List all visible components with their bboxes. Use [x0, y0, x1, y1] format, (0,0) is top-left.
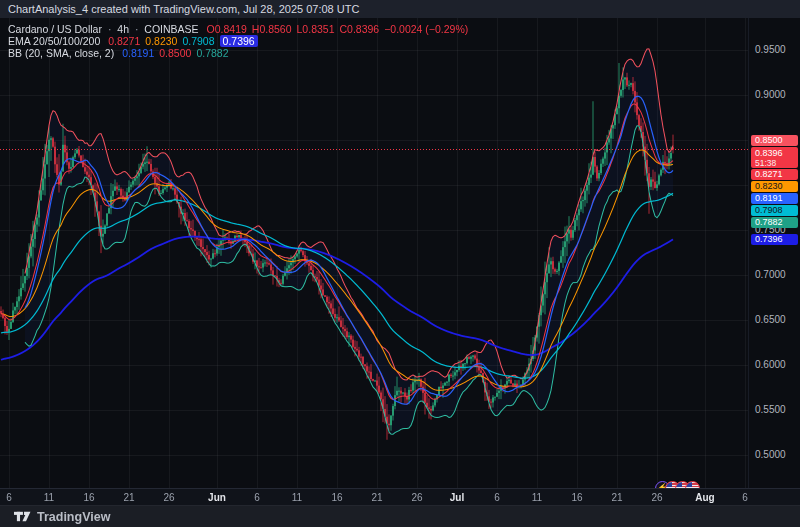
price-axis-label: 0.9000 — [755, 89, 786, 101]
time-axis-label: 21 — [123, 490, 134, 505]
indicator-price-badge: 0.8271 — [751, 169, 798, 180]
time-axis-label: Aug — [695, 490, 714, 505]
tradingview-brand-text[interactable]: TradingView — [37, 510, 110, 524]
price-axis-label: 0.9500 — [755, 44, 786, 56]
price-axis-label: 0.6500 — [755, 314, 786, 326]
ema-value: 0.8230 — [145, 35, 177, 47]
price-axis-label: 0.7000 — [755, 269, 786, 281]
time-axis-label: 26 — [411, 490, 422, 505]
legend-ema-row[interactable]: EMA 20/50/100/200 0.82710.82300.79080.73… — [8, 35, 468, 47]
symbol-name[interactable]: Cardano / US Dollar — [8, 23, 102, 35]
ema-values: 0.82710.82300.79080.7396 — [103, 35, 258, 47]
tradingview-logo-icon[interactable] — [14, 509, 31, 524]
legend-symbol-row[interactable]: Cardano / US Dollar · 4h · COINBASE O0.8… — [8, 23, 468, 35]
time-axis-label: 6 — [494, 490, 500, 505]
time-axis-label: 16 — [83, 490, 94, 505]
ohlc-values: O0.8419H0.8560L0.8351C0.8396−0.0024 (−0.… — [202, 23, 469, 35]
time-axis-label: 6 — [254, 490, 260, 505]
ohlc-value: O0.8419 — [207, 23, 247, 35]
time-axis[interactable]: 611162126Jun611162126Jul611162126Aug6 — [0, 488, 800, 505]
bb-indicator-label[interactable]: BB (20, SMA, close, 2) — [8, 47, 114, 59]
indicator-price-badge: 0.7396 — [751, 234, 798, 245]
indicator-price-badge: 0.7908 — [751, 205, 798, 216]
ohlc-value: H0.8560 — [252, 23, 292, 35]
interval-label[interactable]: 4h — [117, 23, 129, 35]
ema-value: 0.7908 — [182, 35, 214, 47]
time-axis-label: 21 — [371, 490, 382, 505]
ohlc-value: C0.8396 — [340, 23, 380, 35]
price-axis-label: 0.6000 — [755, 359, 786, 371]
price-axis[interactable]: 0.95000.90000.75000.70000.65000.60000.55… — [748, 18, 800, 488]
ema-value: 0.7396 — [220, 35, 258, 47]
change-value: −0.0024 (−0.29%) — [384, 23, 468, 35]
time-axis-label: 16 — [571, 490, 582, 505]
ema-value: 0.8271 — [108, 35, 140, 47]
indicator-price-badge: 0.7882 — [751, 217, 798, 228]
separator-dot: · — [108, 23, 112, 35]
last-price-badge: 0.839651:38 — [751, 147, 798, 168]
time-axis-label: 11 — [292, 490, 302, 505]
attribution-text: ChartAnalysis_4 created with TradingView… — [8, 3, 359, 15]
indicator-price-badge: 0.8191 — [751, 193, 798, 204]
exchange-label: COINBASE — [144, 23, 198, 35]
indicator-price-badge: 0.8500 — [751, 135, 798, 146]
time-axis-label: Jul — [450, 490, 464, 505]
chart-legend: Cardano / US Dollar · 4h · COINBASE O0.8… — [8, 23, 468, 59]
price-axis-label: 0.5500 — [755, 404, 786, 416]
price-axis-label: 0.5000 — [755, 449, 786, 461]
ema-indicator-label[interactable]: EMA 20/50/100/200 — [8, 35, 100, 47]
bb-values: 0.81910.85000.7882 — [117, 47, 228, 59]
tradingview-chart-window: ChartAnalysis_4 created with TradingView… — [0, 0, 800, 527]
time-axis-label: 26 — [163, 490, 174, 505]
chart-area[interactable]: Cardano / US Dollar · 4h · COINBASE O0.8… — [0, 18, 748, 488]
price-chart-canvas[interactable] — [0, 18, 748, 488]
time-axis-label: 6 — [742, 490, 748, 505]
time-axis-label: 16 — [331, 490, 342, 505]
time-axis-label: 21 — [611, 490, 622, 505]
attribution-bar: ChartAnalysis_4 created with TradingView… — [0, 0, 800, 18]
indicator-price-badge: 0.8230 — [751, 181, 798, 192]
bb-value: 0.8191 — [122, 47, 154, 59]
time-axis-label: 26 — [651, 490, 662, 505]
separator-dot: · — [135, 23, 139, 35]
time-axis-label: 6 — [6, 490, 12, 505]
footer-brand-bar: TradingView — [0, 505, 800, 527]
time-axis-label: Jun — [208, 490, 226, 505]
legend-bb-row[interactable]: BB (20, SMA, close, 2) 0.81910.85000.788… — [8, 47, 468, 59]
ohlc-value: L0.8351 — [297, 23, 335, 35]
bb-value: 0.7882 — [196, 47, 228, 59]
time-axis-label: 11 — [532, 490, 542, 505]
bar-countdown-timer: 51:38 — [755, 158, 798, 168]
bb-value: 0.8500 — [159, 47, 191, 59]
time-axis-label: 11 — [44, 490, 54, 505]
